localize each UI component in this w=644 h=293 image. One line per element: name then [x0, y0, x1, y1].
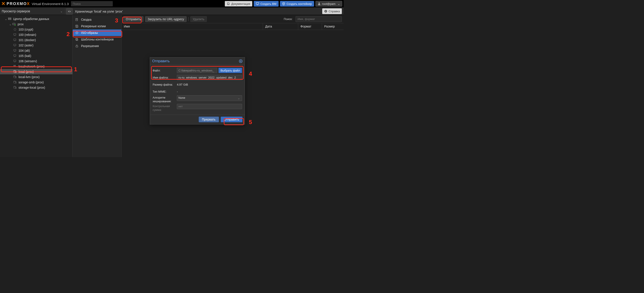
save-icon [75, 25, 79, 28]
tree-storage-local-lvm[interactable]: local-lvm (prox) [0, 74, 72, 80]
tree-storage-storage-local[interactable]: storage-local (prox) [0, 85, 72, 90]
tree-vm-102[interactable]: 102 (aster) [0, 43, 72, 48]
svg-point-25 [14, 70, 16, 71]
svg-point-27 [14, 76, 16, 76]
tree-label: 103 (crypt) [18, 28, 33, 31]
svg-rect-18 [14, 57, 16, 57]
svg-rect-13 [14, 44, 16, 46]
svg-point-29 [14, 81, 16, 82]
expander-icon: ⌄ [4, 17, 8, 21]
col-size[interactable]: Размер [322, 23, 344, 30]
submit-button[interactable]: Отправить [221, 117, 242, 122]
svg-rect-22 [15, 65, 16, 66]
grid-header: Имя Дата Формат Размер [122, 23, 344, 30]
tree-label: local-lvm (prox) [18, 75, 40, 79]
svg-rect-5 [8, 18, 11, 19]
modal-header: Отправить [150, 57, 245, 65]
tree-vm-101[interactable]: 101 (docker) [0, 37, 72, 43]
content-search-input[interactable] [296, 16, 342, 22]
subnav-backups[interactable]: Резервные копии [73, 23, 121, 29]
tree-vm-104[interactable]: 104 (alt) [0, 48, 72, 53]
subnav-iso[interactable]: ISO-образы [73, 29, 121, 36]
hash-select[interactable]: None ⌄ [177, 95, 242, 101]
monitor-icon [13, 33, 17, 36]
global-search-input[interactable] [71, 1, 113, 6]
svg-rect-24 [15, 66, 16, 67]
create-vm-button[interactable]: Создать ВМ [254, 1, 278, 6]
modal-footer: Прервать Отправить [150, 115, 245, 124]
storage-icon [13, 75, 17, 79]
svg-rect-10 [14, 36, 16, 36]
docs-button[interactable]: Документация [225, 1, 252, 6]
download-url-button[interactable]: Загрузить по URL-адресу [145, 16, 186, 22]
choose-file-button[interactable]: Выбрать файл [218, 68, 242, 73]
user-menu-button[interactable]: root@pam ⌄ [316, 1, 342, 6]
notes-icon [75, 18, 79, 21]
subnav-summary[interactable]: Сводка [73, 16, 121, 23]
subnav-templates[interactable]: Шаблоны контейнеров [73, 36, 121, 43]
user-icon [318, 2, 321, 5]
toolbar-separator [188, 17, 188, 21]
tree-label: local (prox) [18, 70, 34, 73]
server-view-selector[interactable]: Просмотр серверов ⌄ [0, 8, 65, 15]
abort-button[interactable]: Прервать [199, 117, 219, 122]
svg-rect-6 [8, 19, 11, 20]
gear-button[interactable] [66, 8, 73, 15]
unlock-icon [75, 44, 79, 47]
tree-label: localnetwork (prox) [18, 65, 44, 68]
gear-icon [68, 10, 71, 13]
col-name[interactable]: Имя [122, 23, 263, 30]
svg-text:?: ? [325, 10, 326, 12]
file-label: Файл: [153, 69, 177, 72]
col-format[interactable]: Формат [298, 23, 322, 30]
help-label: Справка [328, 10, 340, 13]
docs-label: Документация [231, 2, 250, 5]
modal-title: Отправить [152, 59, 170, 63]
subnav-label: Сводка [81, 18, 92, 21]
tree-label: 106 (winserv) [18, 59, 37, 63]
filename-input[interactable] [177, 75, 242, 80]
delete-button: Удалить [190, 16, 207, 22]
tree-label: prox [18, 22, 24, 26]
logo-x-icon: ✕ [1, 1, 5, 6]
svg-rect-21 [14, 65, 14, 66]
node-icon [12, 22, 16, 26]
tree-node-prox[interactable]: ⌄ prox [0, 21, 72, 27]
create-ct-button[interactable]: Создать контейнер [280, 1, 314, 6]
topbar: ✕ PROXMOX Virtual Environment 8.1.3 Доку… [0, 0, 344, 7]
upload-button[interactable]: Отправить [123, 16, 144, 22]
svg-rect-20 [14, 62, 16, 62]
subnav-permissions[interactable]: Разрешения [73, 43, 121, 49]
tree-datacenter[interactable]: ⌄ Центр обработки данных [0, 16, 72, 21]
col-date[interactable]: Дата [263, 23, 298, 30]
tree-ct-103[interactable]: 103 (crypt) [0, 27, 72, 32]
cube-icon [282, 2, 285, 5]
tree-label: Центр обработки данных [13, 17, 49, 21]
svg-rect-28 [16, 76, 16, 78]
book-icon [227, 2, 230, 5]
resource-tree: ⌄ Центр обработки данных ⌄ prox 103 (cry… [0, 15, 73, 157]
tree-vm-106[interactable]: 106 (winserv) [0, 58, 72, 64]
server-view-label: Просмотр серверов [2, 9, 30, 13]
tree-label: 105 (kali) [18, 54, 31, 58]
server-icon [8, 17, 12, 21]
monitor-icon [13, 54, 17, 58]
mime-value: - [177, 90, 242, 93]
help-button[interactable]: ? Справка [322, 8, 342, 14]
close-icon[interactable] [239, 59, 242, 63]
storage-icon [13, 70, 17, 73]
filesize-label: Размер файла: [153, 83, 177, 86]
chevron-down-icon: ⌄ [338, 2, 340, 5]
svg-rect-26 [16, 71, 16, 73]
tree-label: 102 (aster) [18, 43, 34, 47]
tree-network[interactable]: localnetwork (prox) [0, 64, 72, 69]
svg-rect-39 [76, 39, 78, 40]
tree-vm-100[interactable]: 100 (rebrain) [0, 32, 72, 37]
subnav: Сводка Резервные копии ISO-образы Шаблон… [73, 15, 122, 157]
tree-storage-smb[interactable]: sorage-smb (prox) [0, 80, 72, 85]
svg-rect-11 [14, 39, 16, 40]
monitor-icon [13, 49, 17, 52]
tree-storage-local[interactable]: local (prox) [0, 69, 72, 74]
help-icon: ? [324, 10, 327, 13]
tree-vm-105[interactable]: 105 (kali) [0, 53, 72, 58]
